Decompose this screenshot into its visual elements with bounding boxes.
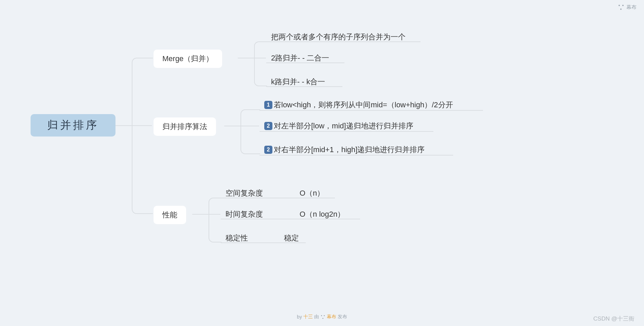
brand-icon — [619, 5, 624, 10]
leaf-underline — [279, 242, 306, 243]
root-label: 归并排序 — [47, 118, 99, 133]
branch-algo[interactable]: 归并排序算法 — [154, 117, 216, 136]
root-bracket — [132, 58, 152, 214]
branch-perf-label: 性能 — [162, 210, 177, 220]
leaf-underline — [266, 62, 344, 63]
algo-leaf-1: 2对左半部分[low，mid]递归地进行归并排序 — [264, 121, 413, 131]
connector — [271, 198, 295, 198]
brand-icon — [321, 315, 325, 319]
mindmap-canvas: 归并排序 Merge（归并） 把两个或者多个有序的子序列合并为一个 2路归并- … — [0, 0, 644, 326]
attribution: by 十三 由 幕布 发布 — [297, 314, 347, 320]
branch-merge[interactable]: Merge（归并） — [154, 50, 222, 68]
leaf-underline — [295, 198, 335, 198]
watermark-bottom-right: CSDN @十三衙 — [593, 315, 634, 323]
algo-leaf-0: 1若low<high，则将序列从中间mid=（low+high）/2分开 — [264, 100, 453, 110]
perf-leaf-0-k: 空间复杂度 — [226, 188, 263, 198]
perf-leaf-1-v: O（n log2n） — [300, 209, 345, 219]
algo-bracket — [240, 109, 260, 154]
leaf-underline — [221, 242, 255, 243]
attribution-brand: 幕布 — [327, 314, 336, 320]
connector — [115, 125, 132, 126]
num-badge: 2 — [264, 122, 272, 130]
perf-leaf-2-v: 稳定 — [284, 233, 299, 243]
merge-leaf-2: k路归并- - k合一 — [271, 77, 325, 87]
watermark-tr-text: 幕布 — [626, 4, 637, 11]
connector — [271, 219, 295, 219]
leaf-underline — [260, 131, 433, 132]
merge-bracket — [254, 41, 266, 86]
perf-leaf-0-v: O（n） — [300, 188, 324, 198]
algo-leaf-2: 2对右半部分[mid+1，high]递归地进行归并排序 — [264, 145, 425, 155]
num-badge: 1 — [264, 101, 272, 109]
leaf-underline — [221, 198, 271, 198]
connector — [255, 242, 279, 243]
branch-algo-label: 归并排序算法 — [162, 122, 207, 132]
connector — [224, 126, 240, 126]
attribution-author: 十三 — [303, 314, 313, 320]
leaf-underline — [260, 110, 483, 111]
connector — [192, 214, 209, 215]
num-badge: 2 — [264, 146, 272, 154]
leaf-underline — [221, 219, 271, 219]
root-node[interactable]: 归并排序 — [31, 114, 115, 137]
connector — [238, 58, 254, 58]
merge-leaf-0: 把两个或者多个有序的子序列合并为一个 — [271, 32, 406, 42]
watermark-top-right: 幕布 — [619, 4, 637, 11]
leaf-underline — [295, 219, 360, 219]
branch-merge-label: Merge（归并） — [162, 54, 213, 64]
leaf-underline — [266, 41, 421, 42]
branch-perf[interactable]: 性能 — [154, 206, 186, 224]
perf-leaf-1-k: 时间复杂度 — [226, 209, 263, 219]
leaf-underline — [260, 155, 453, 156]
perf-leaf-2-k: 稳定性 — [226, 233, 248, 243]
leaf-underline — [266, 86, 342, 87]
merge-leaf-1: 2路归并- - 二合一 — [271, 53, 329, 63]
perf-bracket — [209, 198, 221, 242]
